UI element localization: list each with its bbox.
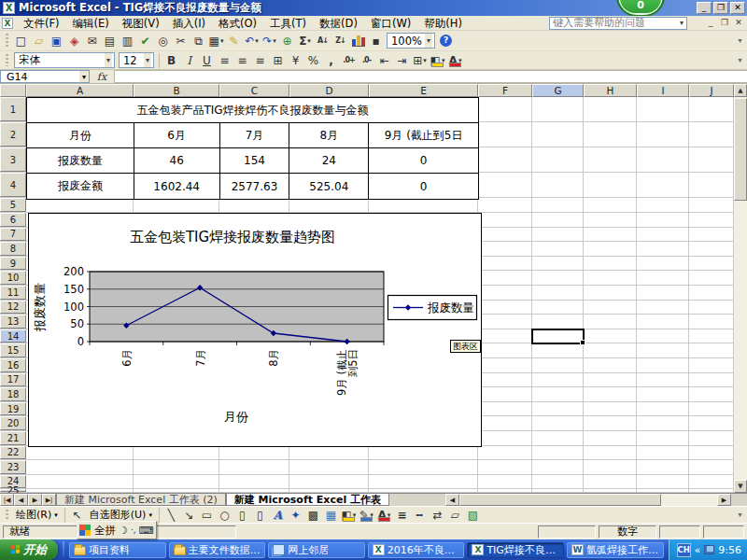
taskbar-button-5[interactable]: XTIG焊接不良报废...	[467, 542, 564, 558]
help-question-input[interactable]: 键入需要帮助的问题 ▾	[549, 17, 687, 30]
cell-B5[interactable]	[134, 198, 219, 212]
cell-I13[interactable]	[637, 315, 689, 329]
toolbar-grip[interactable]	[6, 54, 8, 67]
ime-logo-icon[interactable]	[79, 525, 92, 537]
chevron-down-icon[interactable]: ▾	[105, 53, 112, 67]
cell-H19[interactable]	[584, 402, 637, 416]
ime-mode-label[interactable]: 全拼	[94, 524, 116, 538]
language-indicator[interactable]: CH	[677, 543, 691, 557]
value-cell[interactable]: 154	[220, 148, 290, 174]
cell-G3[interactable]	[532, 147, 584, 172]
row-header-17[interactable]: 17	[0, 373, 26, 387]
cell-I3[interactable]	[637, 147, 689, 172]
dash-style-button[interactable]: ╍	[411, 507, 429, 524]
cell-H22[interactable]	[584, 446, 637, 460]
toolbar-options-icon[interactable]: ▾	[735, 511, 745, 519]
cell-C24[interactable]	[219, 475, 289, 489]
cell-J20[interactable]	[689, 416, 734, 430]
help-button[interactable]: ?	[437, 33, 455, 49]
sort-ascending-button[interactable]: A↓	[314, 33, 331, 49]
cell-I6[interactable]	[637, 213, 689, 227]
cell-J10[interactable]	[689, 271, 734, 285]
cell-H20[interactable]	[584, 416, 637, 430]
cell-F17[interactable]	[478, 373, 532, 387]
network-tray-icon[interactable]	[704, 545, 714, 554]
fill-color-button[interactable]: ◧▾	[429, 52, 446, 69]
horizontal-scroll-track[interactable]	[661, 494, 717, 506]
last-sheet-icon[interactable]: ▶|	[42, 494, 56, 506]
cell-F5[interactable]	[478, 198, 532, 212]
chevron-down-icon[interactable]: ▾	[680, 18, 684, 29]
cell-G19[interactable]	[532, 402, 584, 416]
row-header-2[interactable]: 2	[0, 122, 26, 147]
cell-G13[interactable]	[532, 315, 584, 329]
font-color-button[interactable]: A▾	[375, 507, 393, 524]
cell-D25[interactable]	[289, 489, 369, 492]
cell-J5[interactable]	[689, 198, 734, 212]
cell-H10[interactable]	[584, 271, 637, 285]
comma-button[interactable]: ,	[322, 52, 340, 69]
cell-I4[interactable]	[637, 173, 689, 197]
font-name-combo[interactable]: 宋体 ▾	[14, 52, 115, 68]
row-header-22[interactable]: 22	[0, 446, 26, 460]
cell-I20[interactable]	[637, 416, 689, 430]
chevron-down-icon[interactable]: ▾	[79, 71, 89, 82]
text-box-button[interactable]: ▯	[233, 507, 251, 524]
chevron-down-icon[interactable]: ▾	[255, 37, 259, 45]
cell-H6[interactable]	[584, 213, 637, 227]
cell-F15[interactable]	[478, 343, 532, 357]
cell-D24[interactable]	[289, 475, 369, 489]
hide-icons-chevron[interactable]: «	[695, 544, 701, 556]
cell-F1[interactable]	[478, 97, 532, 121]
rectangle-button[interactable]: ▭	[198, 507, 216, 524]
column-header-D[interactable]: D	[289, 84, 369, 97]
cell-F20[interactable]	[478, 416, 532, 430]
row-header-4[interactable]: 4	[0, 173, 26, 197]
cell-H11[interactable]	[584, 286, 637, 300]
first-sheet-icon[interactable]: |◀	[0, 494, 14, 506]
cell-G22[interactable]	[532, 446, 584, 460]
cell-J1[interactable]	[689, 97, 734, 121]
cell-F11[interactable]	[478, 286, 532, 300]
table-header-cell[interactable]: 7月	[220, 123, 290, 148]
cell-I1[interactable]	[637, 97, 689, 121]
cell-H13[interactable]	[584, 315, 637, 329]
print-preview-button[interactable]: ▥	[119, 33, 136, 49]
cell-A24[interactable]	[26, 475, 134, 489]
cell-F16[interactable]	[478, 358, 532, 372]
taskbar-button-3[interactable]: 网上邻居	[268, 542, 365, 558]
save-button[interactable]: ▣	[48, 33, 65, 49]
copy-button[interactable]: ⧉	[190, 33, 207, 49]
cell-H5[interactable]	[584, 198, 637, 212]
format-painter-button[interactable]: ✎	[225, 33, 243, 49]
cell-G11[interactable]	[532, 286, 584, 300]
chevron-down-icon[interactable]: ▾	[273, 37, 276, 45]
chart-object[interactable]: 五金包装TIG焊接报废数量趋势图0501001502006月7月8月9月 (截止…	[28, 213, 482, 447]
diagram-button[interactable]: ✦	[287, 507, 304, 524]
cell-H21[interactable]	[584, 431, 637, 445]
cell-E23[interactable]	[369, 460, 478, 474]
vertical-text-box-button[interactable]: ▯	[251, 507, 269, 524]
chevron-down-icon[interactable]: ▾	[220, 37, 224, 45]
sheet-tab-1[interactable]: 新建 Microsoft Excel 工作表 (2)	[56, 494, 226, 506]
percent-button[interactable]: %	[304, 52, 322, 69]
taskbar-button-6[interactable]: W氩弧焊接工作台...	[567, 542, 664, 558]
value-cell[interactable]: 1602.44	[134, 174, 220, 199]
ime-punctuation-icon[interactable]: ·,	[131, 525, 136, 535]
cell-F10[interactable]	[478, 271, 532, 285]
row-header-12[interactable]: 12	[0, 301, 26, 315]
cell-H16[interactable]	[584, 358, 637, 372]
close-button[interactable]: ✕	[730, 2, 745, 14]
cell-A25[interactable]	[26, 489, 134, 492]
value-cell[interactable]: 46	[134, 148, 220, 174]
cell-I14[interactable]	[637, 329, 689, 343]
cell-F9[interactable]	[478, 257, 532, 271]
cell-B23[interactable]	[134, 460, 219, 474]
table-header-cell[interactable]: 8月	[289, 123, 369, 148]
cell-J21[interactable]	[689, 431, 734, 445]
prev-sheet-icon[interactable]: ◀	[14, 494, 28, 506]
cell-I21[interactable]	[637, 431, 689, 445]
scroll-left-icon[interactable]: ◀	[445, 494, 459, 506]
vertical-scroll-thumb[interactable]	[734, 98, 747, 201]
cell-C5[interactable]	[219, 198, 289, 212]
